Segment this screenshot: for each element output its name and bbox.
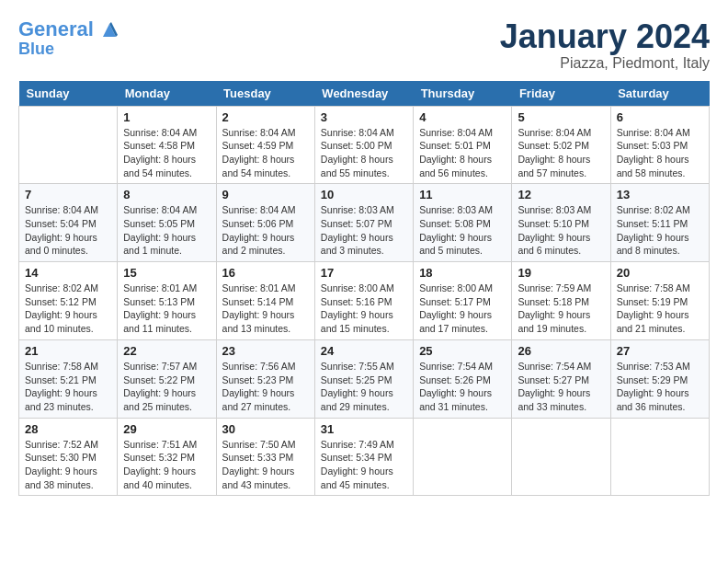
col-saturday: Saturday: [610, 81, 709, 107]
day-number: 25: [419, 344, 506, 358]
table-row: 1 Sunrise: 8:04 AMSunset: 4:58 PMDayligh…: [118, 106, 216, 184]
day-number: 27: [617, 344, 703, 358]
logo-icon: [101, 22, 118, 39]
day-number: 28: [25, 422, 111, 436]
table-row: 29 Sunrise: 7:51 AMSunset: 5:32 PMDaylig…: [118, 418, 216, 496]
day-info: Sunrise: 8:02 AMSunset: 5:11 PMDaylight:…: [617, 203, 703, 258]
calendar-week-row: 1 Sunrise: 8:04 AMSunset: 4:58 PMDayligh…: [19, 106, 710, 184]
table-row: 16 Sunrise: 8:01 AMSunset: 5:14 PMDaylig…: [216, 262, 314, 340]
day-info: Sunrise: 8:01 AMSunset: 5:13 PMDaylight:…: [123, 282, 210, 336]
day-number: 11: [419, 188, 506, 201]
day-number: 31: [321, 422, 407, 436]
day-number: 7: [25, 188, 111, 201]
table-row: 27 Sunrise: 7:53 AMSunset: 5:29 PMDaylig…: [610, 339, 709, 418]
table-row: 23 Sunrise: 7:56 AMSunset: 5:23 PMDaylig…: [216, 339, 314, 418]
table-row: 9 Sunrise: 8:04 AMSunset: 5:06 PMDayligh…: [216, 184, 314, 262]
logo-text: General: [18, 18, 118, 40]
day-number: 20: [617, 266, 703, 280]
day-number: 18: [419, 266, 506, 280]
table-row: 19 Sunrise: 7:59 AMSunset: 5:18 PMDaylig…: [512, 262, 610, 340]
day-info: Sunrise: 7:56 AMSunset: 5:23 PMDaylight:…: [222, 360, 309, 414]
table-row: 14 Sunrise: 8:02 AMSunset: 5:12 PMDaylig…: [19, 262, 118, 340]
day-info: Sunrise: 8:04 AMSunset: 5:02 PMDaylight:…: [518, 126, 604, 180]
table-row: 7 Sunrise: 8:04 AMSunset: 5:04 PMDayligh…: [19, 184, 118, 262]
table-row: 22 Sunrise: 7:57 AMSunset: 5:22 PMDaylig…: [118, 339, 216, 418]
col-friday: Friday: [512, 81, 610, 107]
day-number: 29: [123, 422, 210, 436]
calendar-week-row: 14 Sunrise: 8:02 AMSunset: 5:12 PMDaylig…: [19, 262, 710, 340]
calendar-header-row: Sunday Monday Tuesday Wednesday Thursday…: [19, 81, 710, 107]
table-row: [19, 106, 118, 184]
table-row: [414, 418, 512, 496]
table-row: 2 Sunrise: 8:04 AMSunset: 4:59 PMDayligh…: [216, 106, 314, 184]
day-number: 26: [518, 344, 604, 358]
day-number: 6: [617, 110, 703, 124]
calendar-week-row: 21 Sunrise: 7:58 AMSunset: 5:21 PMDaylig…: [19, 339, 710, 418]
day-number: 30: [222, 422, 309, 436]
day-info: Sunrise: 7:58 AMSunset: 5:21 PMDaylight:…: [25, 360, 111, 414]
day-info: Sunrise: 8:03 AMSunset: 5:10 PMDaylight:…: [518, 203, 604, 258]
location: Piazza, Piedmont, Italy: [500, 55, 710, 72]
day-number: 14: [25, 266, 111, 280]
day-info: Sunrise: 8:04 AMSunset: 4:58 PMDaylight:…: [123, 126, 210, 180]
calendar-week-row: 7 Sunrise: 8:04 AMSunset: 5:04 PMDayligh…: [19, 184, 710, 262]
day-number: 23: [222, 344, 309, 358]
day-info: Sunrise: 8:03 AMSunset: 5:08 PMDaylight:…: [419, 203, 506, 258]
month-title: January 2024: [500, 18, 710, 55]
table-row: 3 Sunrise: 8:04 AMSunset: 5:00 PMDayligh…: [314, 106, 413, 184]
day-number: 24: [321, 344, 407, 358]
day-number: 22: [123, 344, 210, 358]
table-row: 21 Sunrise: 7:58 AMSunset: 5:21 PMDaylig…: [19, 339, 118, 418]
day-info: Sunrise: 8:04 AMSunset: 5:03 PMDaylight:…: [617, 126, 703, 180]
day-number: 9: [222, 188, 309, 201]
day-info: Sunrise: 8:04 AMSunset: 4:59 PMDaylight:…: [222, 126, 309, 180]
day-info: Sunrise: 7:50 AMSunset: 5:33 PMDaylight:…: [222, 438, 309, 492]
col-wednesday: Wednesday: [314, 81, 413, 107]
table-row: 13 Sunrise: 8:02 AMSunset: 5:11 PMDaylig…: [610, 184, 709, 262]
calendar-week-row: 28 Sunrise: 7:52 AMSunset: 5:30 PMDaylig…: [19, 418, 710, 496]
title-block: January 2024 Piazza, Piedmont, Italy: [500, 18, 710, 72]
day-info: Sunrise: 8:04 AMSunset: 5:06 PMDaylight:…: [222, 203, 309, 258]
col-thursday: Thursday: [414, 81, 512, 107]
day-number: 21: [25, 344, 111, 358]
day-info: Sunrise: 8:00 AMSunset: 5:17 PMDaylight:…: [419, 282, 506, 336]
col-tuesday: Tuesday: [216, 81, 314, 107]
day-number: 3: [321, 110, 407, 124]
day-info: Sunrise: 7:54 AMSunset: 5:27 PMDaylight:…: [518, 360, 604, 414]
logo-subtext: Blue: [18, 40, 54, 59]
table-row: 12 Sunrise: 8:03 AMSunset: 5:10 PMDaylig…: [512, 184, 610, 262]
day-info: Sunrise: 8:04 AMSunset: 5:01 PMDaylight:…: [419, 126, 506, 180]
day-info: Sunrise: 8:04 AMSunset: 5:00 PMDaylight:…: [321, 126, 407, 180]
table-row: 17 Sunrise: 8:00 AMSunset: 5:16 PMDaylig…: [314, 262, 413, 340]
table-row: 24 Sunrise: 7:55 AMSunset: 5:25 PMDaylig…: [314, 339, 413, 418]
calendar-table: Sunday Monday Tuesday Wednesday Thursday…: [18, 81, 710, 497]
day-number: 8: [123, 188, 210, 201]
table-row: 4 Sunrise: 8:04 AMSunset: 5:01 PMDayligh…: [414, 106, 512, 184]
day-number: 4: [419, 110, 506, 124]
day-number: 2: [222, 110, 309, 124]
logo: General Blue: [18, 18, 118, 59]
table-row: 8 Sunrise: 8:04 AMSunset: 5:05 PMDayligh…: [118, 184, 216, 262]
day-info: Sunrise: 8:04 AMSunset: 5:04 PMDaylight:…: [25, 203, 111, 258]
day-info: Sunrise: 7:51 AMSunset: 5:32 PMDaylight:…: [123, 438, 210, 492]
day-number: 19: [518, 266, 604, 280]
day-info: Sunrise: 8:02 AMSunset: 5:12 PMDaylight:…: [25, 282, 111, 336]
col-sunday: Sunday: [19, 81, 118, 107]
day-number: 5: [518, 110, 604, 124]
day-info: Sunrise: 7:55 AMSunset: 5:25 PMDaylight:…: [321, 360, 407, 414]
table-row: 11 Sunrise: 8:03 AMSunset: 5:08 PMDaylig…: [414, 184, 512, 262]
day-number: 12: [518, 188, 604, 201]
day-info: Sunrise: 8:00 AMSunset: 5:16 PMDaylight:…: [321, 282, 407, 336]
day-number: 10: [321, 188, 407, 201]
page-header: General Blue January 2024 Piazza, Piedmo…: [18, 18, 710, 72]
table-row: 10 Sunrise: 8:03 AMSunset: 5:07 PMDaylig…: [314, 184, 413, 262]
table-row: 6 Sunrise: 8:04 AMSunset: 5:03 PMDayligh…: [610, 106, 709, 184]
day-info: Sunrise: 8:01 AMSunset: 5:14 PMDaylight:…: [222, 282, 309, 336]
table-row: 15 Sunrise: 8:01 AMSunset: 5:13 PMDaylig…: [118, 262, 216, 340]
day-info: Sunrise: 7:57 AMSunset: 5:22 PMDaylight:…: [123, 360, 210, 414]
day-info: Sunrise: 7:49 AMSunset: 5:34 PMDaylight:…: [321, 438, 407, 492]
day-info: Sunrise: 8:04 AMSunset: 5:05 PMDaylight:…: [123, 203, 210, 258]
table-row: 18 Sunrise: 8:00 AMSunset: 5:17 PMDaylig…: [414, 262, 512, 340]
table-row: 5 Sunrise: 8:04 AMSunset: 5:02 PMDayligh…: [512, 106, 610, 184]
day-info: Sunrise: 7:54 AMSunset: 5:26 PMDaylight:…: [419, 360, 506, 414]
